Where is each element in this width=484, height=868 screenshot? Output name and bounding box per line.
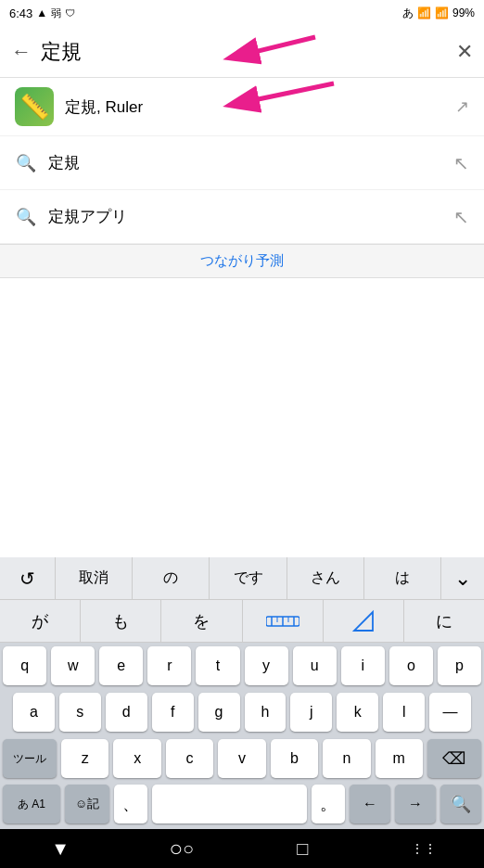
period-key[interactable]: 。 (312, 785, 345, 823)
key-が[interactable]: が (0, 600, 81, 642)
battery-display: 99% (452, 6, 475, 19)
key-j[interactable]: j (290, 693, 332, 732)
comma-key[interactable]: 、 (114, 785, 147, 823)
key-k[interactable]: k (337, 693, 378, 732)
suggestion-は[interactable]: は (364, 557, 441, 599)
key-を[interactable]: を (161, 600, 242, 642)
key-e[interactable]: e (99, 646, 143, 685)
key-l[interactable]: l (383, 693, 425, 732)
suggestion-さん[interactable]: さん (287, 557, 364, 599)
status-bar: 6:43 ▲ 弱 🛡 あ 📶 📶 99% (0, 0, 484, 26)
undo-button[interactable]: ↺ (0, 557, 56, 599)
ruler-svg (266, 613, 299, 630)
result-search-1[interactable]: 🔍 定規 ↖ (0, 136, 484, 190)
carrier-icon: 弱 (51, 6, 61, 20)
key-に[interactable]: に (404, 600, 484, 642)
key-n[interactable]: n (323, 739, 370, 778)
key-triangle-icon[interactable] (324, 600, 404, 642)
suggestion-取消[interactable]: 取消 (56, 557, 133, 599)
key-h[interactable]: h (245, 693, 287, 732)
key-a[interactable]: a (13, 693, 55, 732)
expand-suggestions-button[interactable]: ⌄ (441, 557, 484, 599)
key-i[interactable]: i (341, 646, 385, 685)
key-v[interactable]: v (218, 739, 265, 778)
key-r[interactable]: r (147, 646, 191, 685)
prediction-bar: つながり予測 (0, 244, 484, 278)
key-o[interactable]: o (389, 646, 433, 685)
emoji-key[interactable]: ☺記 (65, 785, 109, 823)
search-icon-1: 🔍 (15, 153, 37, 173)
search-key[interactable]: 🔍 (440, 785, 481, 823)
key-z[interactable]: z (61, 739, 108, 778)
wifi-icon: 📶 (417, 6, 431, 19)
word-suggestions-row: ↺ 取消 の です さん は ⌄ (0, 557, 484, 600)
back-button[interactable]: ← (11, 40, 32, 64)
key-ruler-icon[interactable] (243, 600, 324, 642)
nav-bar: ▼ ○ ○ □ ⋮⋮ (0, 829, 484, 868)
search-icon-2: 🔍 (15, 207, 37, 227)
svg-line-7 (354, 612, 373, 631)
key-dash[interactable]: — (429, 693, 471, 732)
key-c[interactable]: c (166, 739, 213, 778)
key-も[interactable]: も (81, 600, 161, 642)
key-s[interactable]: s (59, 693, 101, 732)
result-arrow-icon-2: ↖ (453, 206, 469, 228)
result-arrow-icon: ↗ (455, 96, 469, 117)
delete-key[interactable]: ⌫ (427, 739, 481, 778)
key-x[interactable]: x (113, 739, 160, 778)
language-key[interactable]: あ A1 (3, 785, 60, 823)
key-d[interactable]: d (106, 693, 147, 732)
keyboard-row-3: ツール z x c v b n m ⌫ (0, 735, 484, 782)
search-bar: ← 定規 ✕ (0, 26, 484, 78)
nav-menu-button[interactable]: ⋮⋮ (405, 830, 442, 867)
jp-input-icon: あ (402, 6, 414, 21)
search-input[interactable]: 定規 (41, 38, 447, 66)
result-search-2[interactable]: 🔍 定規アプリ ↖ (0, 190, 484, 244)
signal-icon: 📶 (435, 6, 449, 19)
jp-special-row: が も を に (0, 600, 484, 643)
suggestion-の[interactable]: の (133, 557, 210, 599)
key-w[interactable]: w (51, 646, 95, 685)
key-f[interactable]: f (152, 693, 194, 732)
arrow-left-key[interactable]: ← (350, 785, 390, 823)
triangle-svg (350, 608, 376, 634)
alert-icon: ▲ (36, 6, 47, 19)
chevron-down-icon: ⌄ (454, 567, 471, 591)
nav-back-button[interactable]: ▼ (42, 830, 79, 867)
key-tools[interactable]: ツール (3, 739, 57, 778)
nav-home-button[interactable]: ○ ○ (163, 830, 200, 867)
app-result-text: 定規, Ruler (65, 96, 444, 118)
search-text-2: 定規アプリ (48, 206, 442, 227)
result-app[interactable]: 📏 定規, Ruler ↗ (0, 78, 484, 136)
undo-icon: ↺ (19, 568, 35, 590)
keyboard: ↺ 取消 の です さん は ⌄ が も を (0, 557, 484, 829)
key-b[interactable]: b (271, 739, 318, 778)
arrow-right-key[interactable]: → (395, 785, 436, 823)
keyboard-bottom-row: あ A1 ☺記 、 。 ← → 🔍 (0, 782, 484, 829)
nav-recent-button[interactable]: □ (284, 830, 321, 867)
space-key[interactable] (152, 785, 307, 823)
key-t[interactable]: t (196, 646, 239, 685)
keyboard-row-2: a s d f g h j k l — (0, 689, 484, 735)
key-q[interactable]: q (3, 646, 46, 685)
search-text-1: 定規 (48, 152, 442, 173)
key-u[interactable]: u (293, 646, 337, 685)
search-results: 📏 定規, Ruler ↗ 🔍 定規 ↖ 🔍 定規アプリ ↖ (0, 78, 484, 244)
keyboard-row-1: q w e r t y u i o p (0, 643, 484, 689)
key-p[interactable]: p (438, 646, 481, 685)
time-display: 6:43 (9, 6, 32, 20)
app-icon: 📏 (15, 87, 54, 126)
suggestion-です[interactable]: です (210, 557, 287, 599)
key-g[interactable]: g (198, 693, 240, 732)
clear-button[interactable]: ✕ (456, 40, 473, 64)
result-arrow-icon-1: ↖ (453, 152, 469, 174)
key-m[interactable]: m (376, 739, 423, 778)
vpn-icon: 🛡 (65, 7, 75, 19)
key-y[interactable]: y (245, 646, 288, 685)
